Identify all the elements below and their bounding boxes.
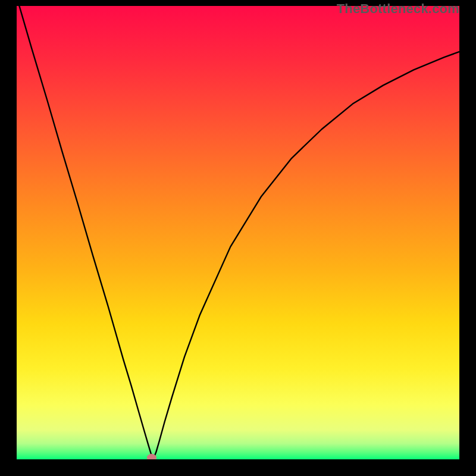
chart-svg bbox=[17, 6, 459, 459]
watermark-label: TheBottleneck.com bbox=[337, 1, 459, 17]
plot-area bbox=[17, 6, 459, 459]
chart-frame: TheBottleneck.com bbox=[0, 0, 476, 476]
gradient-background bbox=[17, 6, 459, 459]
